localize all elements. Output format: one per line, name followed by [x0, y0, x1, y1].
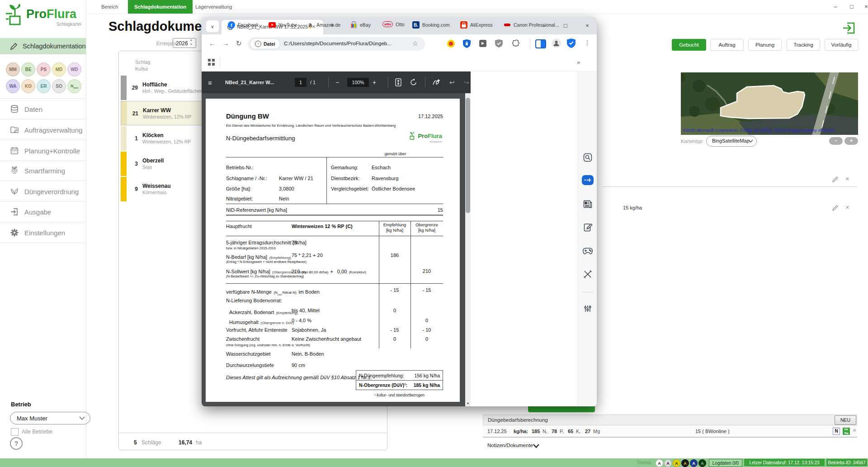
- edit-pencil-icon[interactable]: [832, 204, 839, 211]
- bookmark-canon[interactable]: Canon Professional...: [504, 21, 559, 29]
- spinner-down-icon[interactable]: ▾: [190, 43, 192, 46]
- partially-hidden-green-button[interactable]: [528, 405, 595, 412]
- theme-circle[interactable]: A: [664, 459, 672, 467]
- tab-lagerverwaltung[interactable]: Lagerverwaltung: [189, 0, 238, 14]
- apps-grid-icon[interactable]: [208, 59, 215, 66]
- theme-circle[interactable]: A: [656, 459, 663, 467]
- tools-icon[interactable]: [582, 269, 593, 280]
- bookmark-booking[interactable]: B. Booking.com: [412, 21, 450, 29]
- shield-check-icon[interactable]: [495, 39, 503, 48]
- sidebar-item-einstellungen[interactable]: Einstellungen: [0, 226, 86, 239]
- pdf-zoom-level[interactable]: 100%: [347, 78, 369, 87]
- help-button[interactable]: ?: [10, 437, 23, 450]
- app-close-button[interactable]: ×: [861, 2, 868, 12]
- video-extension-icon[interactable]: ▶: [479, 40, 486, 47]
- filter-button-gebucht[interactable]: Gebucht: [672, 39, 706, 51]
- close-icon[interactable]: ×: [845, 203, 849, 211]
- spinner-up-icon[interactable]: ▴: [190, 38, 192, 42]
- logdaten-badge[interactable]: Logdaten 0/0: [709, 459, 742, 467]
- forward-icon[interactable]: →: [222, 39, 229, 47]
- sidebar-item-daten[interactable]: Daten: [0, 102, 86, 116]
- browser-maximize-button[interactable]: □: [560, 21, 571, 31]
- culture-badge[interactable]: MD: [52, 62, 66, 76]
- duengebedarf-row[interactable]: 17.12.25 kg/ha: 185 N, 78 P, 65 K, 27 Mg…: [483, 425, 857, 438]
- sidebar-item-auftragsverwaltung[interactable]: Auftragsverwaltung: [0, 123, 86, 137]
- tab-bereich[interactable]: Bereich: [95, 0, 124, 14]
- reload-icon[interactable]: ↻: [236, 39, 242, 48]
- map-zoom-in-button[interactable]: +: [844, 137, 858, 145]
- bookmark-youtube[interactable]: YouTube: [269, 21, 297, 29]
- culture-badge[interactable]: MM: [6, 62, 20, 76]
- filter-button-auftrag[interactable]: Auftrag: [710, 39, 744, 51]
- alle-betriebe-checkbox[interactable]: [11, 428, 19, 436]
- filter-button-vorlaeufig[interactable]: Vorläufig: [825, 39, 858, 51]
- sidebar-item-smartfarming[interactable]: Smartfarming: [0, 164, 86, 177]
- theme-circle[interactable]: A: [698, 459, 706, 467]
- culture-badge[interactable]: KO: [21, 79, 35, 93]
- sidebar-item-duengeverordnung[interactable]: Düngeverordnung: [0, 185, 86, 198]
- bookmark-facebook[interactable]: f Facebook: [228, 21, 259, 29]
- bookmark-amazon[interactable]: a Amazon.de: [307, 21, 340, 29]
- games-icon[interactable]: [582, 245, 593, 256]
- culture-badge[interactable]: PS: [37, 62, 51, 76]
- browser-menu-icon[interactable]: ⋮: [584, 39, 590, 46]
- n-badge-icon[interactable]: N: [833, 428, 840, 435]
- tab-schlagdokumentation[interactable]: Schlagdokumentation: [128, 0, 193, 14]
- defender-shield-icon[interactable]: [567, 38, 576, 48]
- extension-icon[interactable]: [447, 40, 455, 48]
- discover-search-icon[interactable]: [582, 152, 593, 163]
- extensions-puzzle-icon[interactable]: [512, 39, 520, 48]
- field-map[interactable]: ©2025 Microsoft Corporation, ©2025 NAVTE…: [681, 72, 858, 135]
- news-icon[interactable]: [582, 199, 593, 210]
- fit-page-icon[interactable]: [395, 78, 401, 87]
- tab-search-button[interactable]: ∨: [206, 20, 219, 32]
- sidebar-settings-icon[interactable]: [582, 303, 593, 314]
- pdf-page-input[interactable]: 1: [295, 78, 307, 87]
- erntejahr-input[interactable]: 2026 ▴ ▾: [173, 38, 196, 48]
- bookmark-star-icon[interactable]: ☆: [412, 40, 418, 47]
- pk-mg-badge-icon[interactable]: PKMg: [843, 428, 850, 435]
- kartentyp-select[interactable]: BingSatelliteMap: [706, 136, 757, 147]
- chevron-down-icon[interactable]: [533, 443, 540, 448]
- pdf-viewer[interactable]: Düngung BW 17.12.2025 Ein Dienst des Min…: [202, 93, 471, 406]
- sidebar-item-planung-kontrolle[interactable]: Planung+Kontrolle: [0, 144, 86, 157]
- edit-pencil-icon[interactable]: [832, 176, 839, 183]
- scroll-down-icon[interactable]: ▼: [465, 400, 471, 406]
- close-icon[interactable]: ×: [845, 175, 849, 182]
- culture-badge[interactable]: SO: [52, 79, 66, 93]
- culture-badge[interactable]: WD: [67, 62, 81, 76]
- file-chip[interactable]: i Datei: [250, 39, 280, 49]
- edge-split-screen-icon[interactable]: [535, 39, 546, 48]
- filter-button-tracking[interactable]: Tracking: [787, 39, 820, 51]
- pdf-scrollbar[interactable]: ▼: [465, 93, 471, 406]
- culture-badge[interactable]: ER: [37, 79, 51, 93]
- app-minimize-button[interactable]: –: [830, 2, 841, 12]
- culture-badge[interactable]: BE: [21, 62, 35, 76]
- copilot-chat-icon[interactable]: [582, 175, 594, 185]
- profile-avatar[interactable]: [552, 38, 561, 48]
- app-maximize-button[interactable]: □: [846, 2, 857, 12]
- annotate-pen-icon[interactable]: [432, 78, 440, 87]
- undo-icon[interactable]: ↩: [449, 78, 455, 87]
- map-zoom-out-button[interactable]: -: [829, 137, 843, 145]
- logout-icon[interactable]: [842, 21, 856, 35]
- culture-badge-nmin[interactable]: Nmin: [67, 79, 81, 93]
- browser-close-button[interactable]: ×: [582, 21, 593, 31]
- zoom-in-icon[interactable]: +: [373, 78, 376, 87]
- sidebar-item-schlagdokumentation[interactable]: Schlagdokumentation: [0, 38, 86, 54]
- bookmark-aliexpress[interactable]: AliExpress: [460, 21, 493, 29]
- theme-circle[interactable]: A: [690, 459, 698, 467]
- pdf-menu-icon[interactable]: ≡: [208, 78, 212, 87]
- filter-button-planung[interactable]: Planung: [748, 39, 782, 51]
- bookmark-otto[interactable]: otto Otto: [382, 21, 405, 27]
- theme-circle[interactable]: A: [673, 459, 680, 467]
- betrieb-select[interactable]: Max Muster: [10, 412, 90, 424]
- compose-notes-icon[interactable]: [582, 222, 593, 233]
- back-icon[interactable]: ←: [209, 39, 216, 47]
- culture-badge[interactable]: WA: [6, 79, 20, 93]
- theme-circle[interactable]: A: [681, 459, 689, 467]
- bookmarks-overflow-icon[interactable]: »: [577, 59, 580, 66]
- rotate-icon[interactable]: [410, 78, 418, 87]
- neu-button[interactable]: NEU: [835, 415, 856, 425]
- address-bar[interactable]: i Datei C:/Users/steph/Documents/ProFlur…: [248, 37, 425, 51]
